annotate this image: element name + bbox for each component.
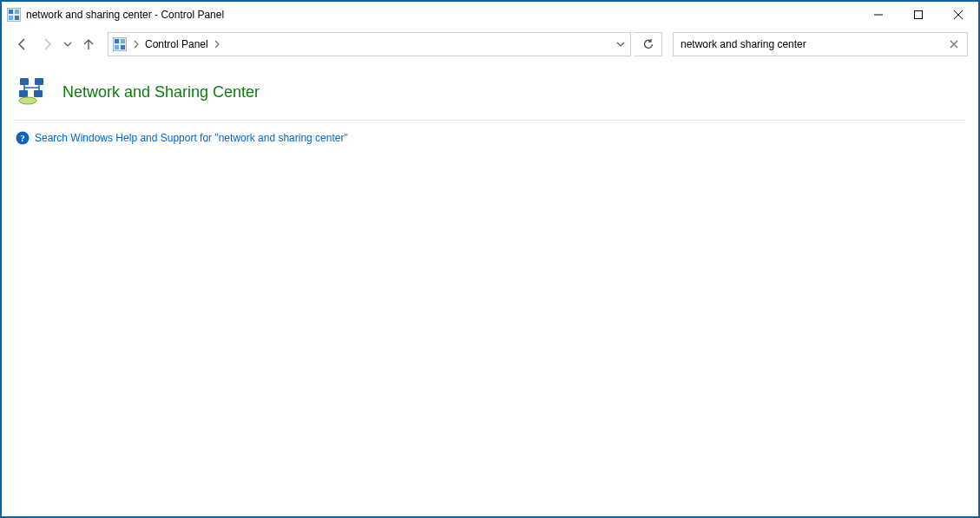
svg-rect-17 bbox=[35, 78, 43, 85]
svg-rect-1 bbox=[9, 10, 13, 14]
control-panel-icon bbox=[7, 8, 21, 22]
svg-rect-18 bbox=[19, 90, 28, 97]
back-button[interactable] bbox=[12, 34, 33, 55]
help-search-link[interactable]: Search Windows Help and Support for "net… bbox=[35, 132, 348, 144]
chevron-right-icon[interactable] bbox=[129, 40, 143, 49]
help-icon: ? bbox=[16, 131, 30, 145]
content-area: Network and Sharing Center ? Search Wind… bbox=[2, 61, 978, 145]
svg-rect-11 bbox=[121, 39, 125, 43]
page-title: Network and Sharing Center bbox=[62, 83, 260, 102]
navigation-toolbar: Control Panel bbox=[2, 28, 978, 61]
svg-rect-10 bbox=[115, 39, 119, 43]
svg-rect-6 bbox=[915, 11, 923, 19]
refresh-button[interactable] bbox=[635, 32, 662, 56]
address-bar[interactable]: Control Panel bbox=[108, 32, 631, 56]
svg-rect-4 bbox=[15, 16, 19, 20]
svg-rect-12 bbox=[115, 45, 119, 49]
titlebar: network and sharing center - Control Pan… bbox=[2, 2, 978, 28]
up-button[interactable] bbox=[78, 34, 99, 55]
control-panel-icon bbox=[110, 37, 129, 51]
forward-button[interactable] bbox=[36, 34, 57, 55]
svg-rect-16 bbox=[20, 78, 29, 85]
minimize-button[interactable] bbox=[858, 2, 898, 28]
search-input[interactable] bbox=[679, 37, 946, 51]
search-box[interactable] bbox=[673, 32, 968, 56]
svg-text:?: ? bbox=[20, 133, 25, 143]
breadcrumb-root[interactable]: Control Panel bbox=[143, 35, 210, 54]
svg-rect-2 bbox=[15, 10, 19, 14]
recent-locations-button[interactable] bbox=[61, 34, 75, 55]
svg-rect-19 bbox=[34, 90, 43, 97]
svg-rect-13 bbox=[121, 45, 125, 49]
network-sharing-icon bbox=[17, 76, 49, 108]
window-controls bbox=[858, 2, 978, 28]
maximize-button[interactable] bbox=[898, 2, 938, 28]
clear-search-button[interactable] bbox=[946, 40, 962, 49]
window-title: network and sharing center - Control Pan… bbox=[26, 9, 224, 21]
svg-rect-3 bbox=[9, 16, 13, 20]
svg-point-23 bbox=[19, 97, 36, 104]
close-button[interactable] bbox=[938, 2, 978, 28]
chevron-right-icon[interactable] bbox=[210, 40, 224, 49]
address-dropdown-button[interactable] bbox=[611, 33, 630, 56]
category-heading: Network and Sharing Center bbox=[14, 76, 966, 121]
help-link-row: ? Search Windows Help and Support for "n… bbox=[14, 121, 966, 145]
